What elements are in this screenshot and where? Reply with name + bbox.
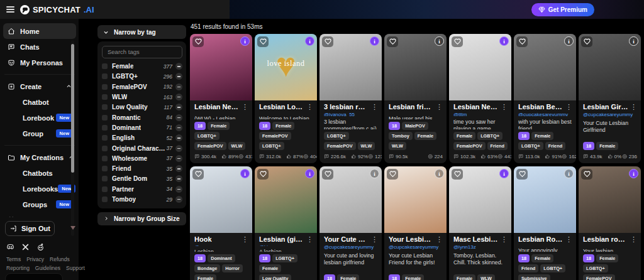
favorite-button[interactable] xyxy=(257,169,269,180)
more-options-icon[interactable]: ⋮ xyxy=(564,104,572,110)
card-tag-pill[interactable]: WLW xyxy=(228,142,246,150)
card-tag-pill[interactable]: Female xyxy=(531,254,553,262)
favorite-button[interactable] xyxy=(452,36,463,47)
info-button[interactable]: i xyxy=(499,36,509,46)
character-card[interactable]: ♥ i Lesbian room... ⋮ @jsjdawhdk Your le… xyxy=(579,166,641,280)
more-options-icon[interactable]: ⋮ xyxy=(369,104,378,110)
card-tag-pill[interactable]: Friend xyxy=(545,142,565,150)
card-tag-pill[interactable]: Submissive xyxy=(518,274,550,280)
made-with-pill[interactable] xyxy=(5,273,63,280)
card-tag-pill[interactable]: Horror xyxy=(222,264,243,272)
tag-checkbox[interactable] xyxy=(102,186,108,192)
card-username[interactable]: @jsjdawhdk xyxy=(583,244,637,245)
card-tag-pill[interactable]: LGBTQ+ xyxy=(194,132,219,140)
favorite-button[interactable] xyxy=(516,36,528,47)
discord-icon[interactable] xyxy=(6,242,14,250)
tag-checkbox[interactable] xyxy=(102,84,108,90)
card-tag-pill[interactable]: Female xyxy=(259,264,281,272)
sidebar-item-chatbots[interactable]: Chatbots xyxy=(3,165,76,181)
exclude-tag-button[interactable] xyxy=(175,155,182,162)
info-button[interactable]: i xyxy=(305,169,314,178)
info-button[interactable]: i xyxy=(240,36,250,46)
sidebar-item-lorebooks[interactable]: LorebooksNew xyxy=(3,181,76,197)
character-card[interactable]: ♥ i Your Cute Les... ⋮ @cupcakesareyummy… xyxy=(319,166,382,280)
sidebar-item-chats[interactable]: Chats xyxy=(3,39,76,55)
footer-link-reporting[interactable]: Reporting xyxy=(6,265,30,271)
tag-checkbox[interactable] xyxy=(102,115,108,121)
card-username[interactable]: @lynn13z xyxy=(453,244,508,250)
spicychat-logo[interactable]: SPICYCHAT.AI xyxy=(20,5,94,14)
info-button[interactable]: i xyxy=(305,36,314,46)
card-tag-pill[interactable]: WLW xyxy=(358,142,375,150)
info-button[interactable]: i xyxy=(240,169,250,178)
info-button[interactable]: i xyxy=(435,36,444,46)
tag-filter-row[interactable]: English 52 xyxy=(102,133,182,143)
search-tags-input[interactable] xyxy=(102,46,182,58)
info-button[interactable]: i xyxy=(629,36,638,46)
favorite-button[interactable] xyxy=(257,36,269,47)
info-button[interactable]: i xyxy=(370,36,379,46)
tag-filter-row[interactable]: Low Quality 117 xyxy=(102,102,182,112)
card-username[interactable]: @cupcakesareyummy xyxy=(583,112,637,117)
tag-checkbox[interactable] xyxy=(102,156,108,161)
card-tag-pill[interactable]: LGBTQ+ xyxy=(272,254,297,262)
sidebar-section-create[interactable]: Create xyxy=(3,78,76,94)
card-tag-pill[interactable]: Female xyxy=(337,274,359,280)
character-card[interactable]: ♥ i Lesbian Roo... ⋮ @cupcakesareyummy Y… xyxy=(514,166,576,280)
card-tag-pill[interactable]: LGBTQ+ xyxy=(540,264,565,272)
more-options-icon[interactable]: ⋮ xyxy=(304,236,313,243)
exclude-tag-button[interactable] xyxy=(175,73,182,80)
card-username[interactable]: @hldtd xyxy=(389,112,443,113)
card-tag-pill[interactable]: FemalePOV xyxy=(583,274,615,280)
exclude-tag-button[interactable] xyxy=(175,63,182,70)
more-options-icon[interactable]: ⋮ xyxy=(499,104,508,110)
tag-checkbox[interactable] xyxy=(102,146,108,151)
footer-link-support[interactable]: Support xyxy=(66,265,85,271)
tag-filter-row[interactable]: Gentle Dom 35 xyxy=(102,174,182,184)
tag-filter-row[interactable]: FemalePOV 192 xyxy=(102,82,182,92)
sidebar-section-my-creations[interactable]: My Creations xyxy=(3,149,76,165)
card-tag-pill[interactable]: LGBTQ+ xyxy=(477,132,502,140)
exclude-tag-button[interactable] xyxy=(175,104,182,110)
tag-checkbox[interactable] xyxy=(102,166,108,171)
card-username[interactable]: @tttm xyxy=(453,112,508,116)
more-options-icon[interactable]: ⋮ xyxy=(499,236,508,243)
card-tag-pill[interactable]: LGBTQ+ xyxy=(259,142,284,150)
card-tag-pill[interactable]: WLW xyxy=(389,142,406,150)
tag-filter-row[interactable]: Romantic 84 xyxy=(102,112,182,122)
favorite-button[interactable] xyxy=(452,169,463,180)
more-options-icon[interactable]: ⋮ xyxy=(304,104,313,110)
tag-filter-row[interactable]: Female 377 xyxy=(102,62,182,72)
card-tag-pill[interactable]: LGBTQ+ xyxy=(324,132,349,140)
exclude-tag-button[interactable] xyxy=(175,83,182,90)
character-card[interactable]: ♥ i Lesbian Nerd ... ⋮ @tttm time you sa… xyxy=(449,34,511,163)
card-username[interactable]: @ivanova_55 xyxy=(324,112,378,116)
more-options-icon[interactable]: ⋮ xyxy=(369,236,378,243)
card-username[interactable]: @cupcakesareyummy xyxy=(518,112,572,116)
reddit-icon[interactable] xyxy=(36,242,45,250)
sidebar-item-group[interactable]: GroupNew xyxy=(3,126,76,141)
character-card[interactable]: ♥ i Lesbian (girls ... ⋮ @ktp A lesbian … xyxy=(255,166,317,280)
exclude-tag-button[interactable] xyxy=(175,134,182,141)
info-button[interactable]: i xyxy=(629,169,638,178)
card-tag-pill[interactable]: Friend xyxy=(487,142,508,150)
exclude-tag-button[interactable] xyxy=(175,114,182,121)
favorite-button[interactable] xyxy=(322,169,333,180)
card-tag-pill[interactable]: Female xyxy=(596,254,618,262)
favorite-button[interactable] xyxy=(387,36,398,47)
tag-checkbox[interactable] xyxy=(102,63,108,69)
footer-link-terms[interactable]: Terms xyxy=(6,256,21,262)
card-tag-pill[interactable]: WLW xyxy=(477,274,495,280)
footer-link-guidelines[interactable]: Guidelines xyxy=(35,265,60,271)
more-options-icon[interactable]: ⋮ xyxy=(240,236,248,243)
card-tag-pill[interactable]: Female xyxy=(414,132,436,140)
character-card[interactable]: ♥ love island i Lesbian Love ... ⋮ @miki… xyxy=(255,34,317,163)
card-username[interactable]: @mikiefan xyxy=(259,112,313,113)
favorite-button[interactable] xyxy=(581,169,592,180)
card-tag-pill[interactable]: MalePOV xyxy=(402,122,428,130)
card-username[interactable]: @ktp xyxy=(259,244,313,247)
more-options-icon[interactable]: ⋮ xyxy=(434,236,443,243)
card-tag-pill[interactable]: Female xyxy=(596,142,618,150)
more-options-icon[interactable]: ⋮ xyxy=(240,104,248,110)
tag-filter-row[interactable]: Original Character 37 xyxy=(102,143,182,153)
